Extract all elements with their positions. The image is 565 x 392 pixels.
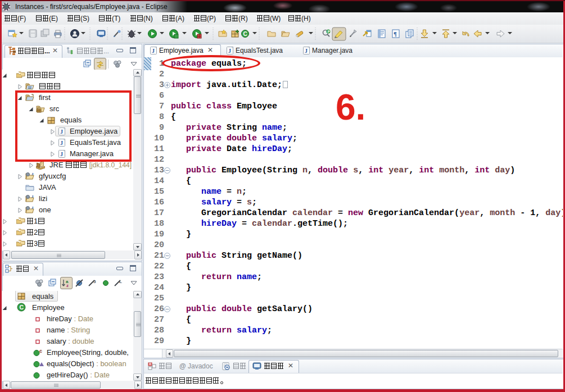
svg-text:¶: ¶ [394,30,397,37]
svg-text:z: z [66,283,69,288]
svg-text:L: L [119,279,122,284]
svg-text:C: C [243,31,247,37]
svg-text:P: P [327,30,330,34]
svg-text:5: 5 [93,279,96,284]
